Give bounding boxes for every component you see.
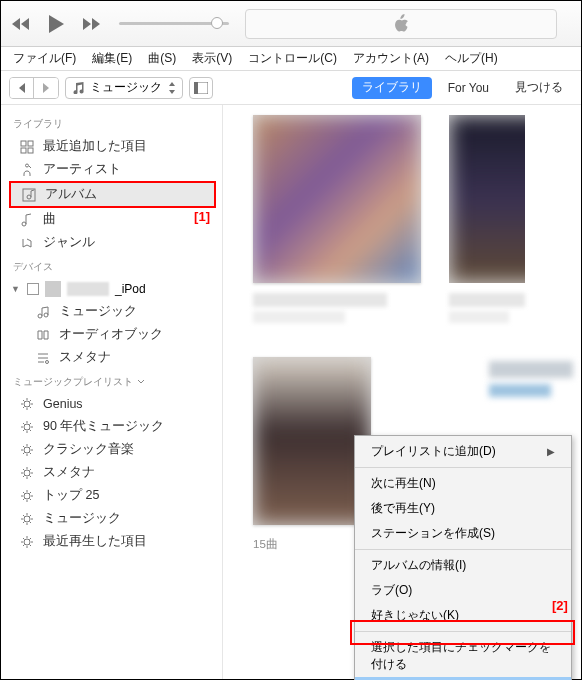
playlist-top25[interactable]: トップ 25 bbox=[1, 484, 222, 507]
playlist-smetana[interactable]: スメタナ bbox=[1, 461, 222, 484]
sidebar-toggle[interactable] bbox=[189, 77, 213, 99]
tab-library[interactable]: ライブラリ bbox=[352, 77, 432, 99]
sidebar-item-label: スメタナ bbox=[59, 349, 111, 366]
media-selector[interactable]: ミュージック bbox=[65, 77, 183, 99]
genre-icon bbox=[19, 235, 35, 251]
gear-icon bbox=[19, 465, 35, 481]
album-tile[interactable] bbox=[253, 115, 421, 323]
device-sub-smetana[interactable]: スメタナ bbox=[1, 346, 222, 369]
prev-track-icon[interactable] bbox=[11, 17, 33, 31]
volume-knob[interactable] bbox=[211, 17, 223, 29]
next-track-icon[interactable] bbox=[79, 17, 101, 31]
playlist-icon bbox=[35, 350, 51, 366]
sidebar-item-label: アルバム bbox=[45, 186, 97, 203]
cm-add-playlist[interactable]: プレイリストに追加(D)▶ bbox=[355, 439, 571, 464]
sidebar-item-label: 最近追加した項目 bbox=[43, 138, 147, 155]
play-icon[interactable] bbox=[47, 14, 65, 34]
svg-point-16 bbox=[24, 470, 30, 476]
cm-dislike[interactable]: 好きじゃない(K) bbox=[355, 603, 571, 628]
gear-icon bbox=[19, 511, 35, 527]
svg-point-8 bbox=[27, 195, 31, 199]
menu-account[interactable]: アカウント(A) bbox=[347, 48, 435, 69]
artist-icon bbox=[19, 162, 35, 178]
playlist-90s[interactable]: 90 年代ミュージック bbox=[1, 415, 222, 438]
sidebar-item-label: ミュージック bbox=[59, 303, 137, 320]
svg-rect-5 bbox=[28, 148, 33, 153]
device-row[interactable]: ▼ _iPod bbox=[1, 278, 222, 300]
volume-slider[interactable] bbox=[119, 22, 229, 25]
menu-help[interactable]: ヘルプ(H) bbox=[439, 48, 504, 69]
svg-point-15 bbox=[24, 447, 30, 453]
highlight-box-1: アルバム [1] bbox=[9, 181, 216, 208]
sidebar-item-label: オーディオブック bbox=[59, 326, 163, 343]
sidebar-item-albums[interactable]: アルバム bbox=[11, 183, 214, 206]
nav-buttons bbox=[9, 77, 59, 99]
device-sub-audiobook[interactable]: オーディオブック bbox=[1, 323, 222, 346]
album-cover[interactable] bbox=[253, 115, 421, 283]
sidebar-item-genres[interactable]: ジャンル bbox=[1, 231, 222, 254]
cm-album-info[interactable]: アルバムの情報(I) bbox=[355, 553, 571, 578]
menu-view[interactable]: 表示(V) bbox=[186, 48, 238, 69]
disclosure-triangle-icon[interactable]: ▼ bbox=[11, 284, 21, 294]
titlebar bbox=[1, 1, 581, 47]
sidebar-item-label: スメタナ bbox=[43, 464, 95, 481]
svg-point-11 bbox=[44, 313, 48, 317]
sidebar-item-artists[interactable]: アーティスト bbox=[1, 158, 222, 181]
submenu-arrow-icon: ▶ bbox=[547, 446, 555, 457]
album-icon bbox=[21, 187, 37, 203]
svg-rect-0 bbox=[194, 82, 198, 94]
audiobook-icon bbox=[35, 327, 51, 343]
back-button[interactable] bbox=[10, 78, 34, 98]
sidebar-item-recent[interactable]: 最近追加した項目 bbox=[1, 135, 222, 158]
media-selector-label: ミュージック bbox=[90, 79, 162, 96]
chevron-down-icon[interactable] bbox=[137, 379, 145, 385]
device-checkbox[interactable] bbox=[27, 283, 39, 295]
menu-edit[interactable]: 編集(E) bbox=[86, 48, 138, 69]
svg-rect-2 bbox=[21, 141, 26, 146]
cm-love[interactable]: ラブ(O) bbox=[355, 578, 571, 603]
playlist-classical[interactable]: クラシック音楽 bbox=[1, 438, 222, 461]
cm-play-next[interactable]: 次に再生(N) bbox=[355, 471, 571, 496]
sidebar: ライブラリ 最近追加した項目 アーティスト アルバム [1] 曲 ジャンル デバ… bbox=[1, 105, 223, 679]
playlist-music[interactable]: ミュージック bbox=[1, 507, 222, 530]
sidebar-item-songs[interactable]: 曲 bbox=[1, 208, 222, 231]
marker-1: [1] bbox=[194, 209, 210, 224]
menu-song[interactable]: 曲(S) bbox=[142, 48, 182, 69]
gear-icon bbox=[19, 488, 35, 504]
menu-file[interactable]: ファイル(F) bbox=[7, 48, 82, 69]
album-title-blurred bbox=[449, 293, 525, 307]
apple-logo-icon bbox=[390, 13, 412, 35]
svg-point-18 bbox=[24, 516, 30, 522]
svg-point-6 bbox=[26, 164, 29, 167]
cm-create-station[interactable]: ステーションを作成(S) bbox=[355, 521, 571, 546]
genius-icon bbox=[19, 396, 35, 412]
sidebar-item-label: ミュージック bbox=[43, 510, 121, 527]
sidebar-item-label: クラシック音楽 bbox=[43, 441, 134, 458]
recent-icon bbox=[19, 139, 35, 155]
tab-foryou[interactable]: For You bbox=[438, 81, 499, 95]
forward-button[interactable] bbox=[34, 78, 58, 98]
svg-point-10 bbox=[38, 314, 42, 318]
music-note-icon bbox=[72, 82, 84, 94]
cm-check-selected[interactable]: 選択した項目にチェックマークを付ける bbox=[355, 635, 571, 677]
section-playlists: ミュージックプレイリスト bbox=[1, 369, 222, 393]
cm-play-later[interactable]: 後で再生(Y) bbox=[355, 496, 571, 521]
menu-control[interactable]: コントロール(C) bbox=[242, 48, 343, 69]
cm-separator bbox=[355, 631, 571, 632]
playback-controls bbox=[11, 14, 101, 34]
playlist-recent-played[interactable]: 最近再生した項目 bbox=[1, 530, 222, 553]
sidebar-item-label: ジャンル bbox=[43, 234, 95, 251]
album-tile[interactable] bbox=[449, 115, 525, 323]
song-icon bbox=[19, 212, 35, 228]
marker-2: [2] bbox=[552, 598, 568, 613]
device-sub-music[interactable]: ミュージック bbox=[1, 300, 222, 323]
gear-icon bbox=[19, 534, 35, 550]
playlist-genius[interactable]: Genius bbox=[1, 393, 222, 415]
sidebar-item-label: 曲 bbox=[43, 211, 56, 228]
tab-browse[interactable]: 見つける bbox=[505, 79, 573, 96]
gear-icon bbox=[19, 442, 35, 458]
cm-separator bbox=[355, 549, 571, 550]
album-artist-blurred bbox=[253, 311, 345, 323]
album-row bbox=[253, 115, 571, 323]
sidebar-item-label: アーティスト bbox=[43, 161, 121, 178]
